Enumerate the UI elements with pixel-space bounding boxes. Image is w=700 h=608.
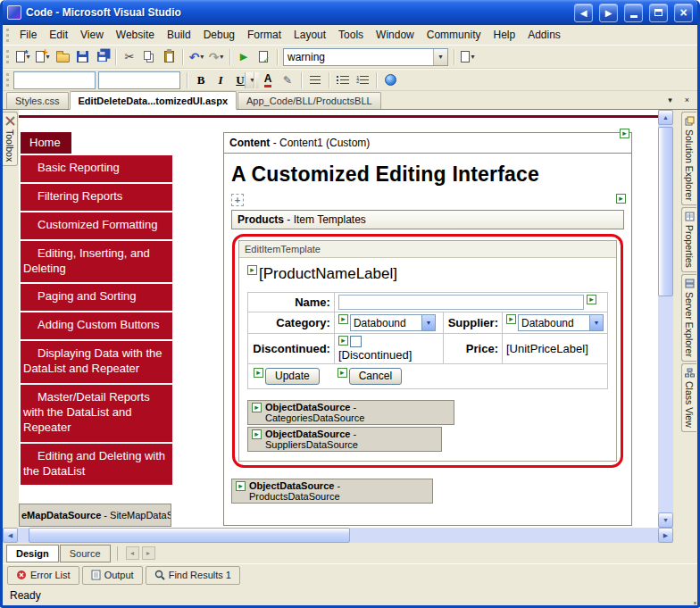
scroll-down-icon[interactable]: ▼ bbox=[658, 512, 673, 528]
textbox-smart-tag-icon[interactable]: ▸ bbox=[587, 295, 596, 304]
underline-button[interactable]: U bbox=[230, 71, 250, 90]
tab-productsbll[interactable]: App_Code/BLL/ProductsBLL bbox=[238, 92, 381, 109]
start-debug-button[interactable]: ▶ bbox=[234, 47, 254, 67]
menu-addins[interactable]: Addins bbox=[521, 26, 567, 44]
menu-edit[interactable]: Edit bbox=[43, 26, 74, 44]
menu-file[interactable]: File bbox=[13, 26, 43, 44]
menubar-grip[interactable] bbox=[6, 29, 10, 42]
update-button[interactable]: Update bbox=[265, 368, 320, 385]
open-file-button[interactable] bbox=[53, 47, 72, 67]
datasource-smart-tag-icon[interactable]: ▸ bbox=[252, 429, 262, 439]
tab-editdeletedatalist-aspx[interactable]: EditDeleteData...tomizedUI.aspx bbox=[70, 91, 238, 110]
menu-format[interactable]: Format bbox=[241, 26, 288, 44]
scroll-right-icon[interactable]: ▶ bbox=[658, 528, 673, 543]
add-item-button[interactable]: ▾ bbox=[33, 47, 53, 67]
design-surface[interactable]: Home Basic Reporting Filtering Reports C… bbox=[19, 110, 658, 528]
nav-item-displaying-datalist-repeater[interactable]: Displaying Data with the DataList and Re… bbox=[21, 341, 172, 383]
paste-button[interactable] bbox=[159, 47, 179, 67]
design-view-tab[interactable]: Design bbox=[6, 545, 59, 562]
categories-datasource-control[interactable]: ▸ ObjectDataSource - CategoriesDataSourc… bbox=[247, 400, 454, 425]
copy-button[interactable] bbox=[139, 47, 159, 67]
menu-build[interactable]: Build bbox=[161, 26, 197, 44]
tag-nav-forward-icon[interactable]: ▸ bbox=[142, 546, 155, 560]
close-button[interactable]: × bbox=[674, 4, 693, 22]
check-page-button[interactable] bbox=[254, 47, 273, 67]
find-results-tab[interactable]: Find Results 1 bbox=[146, 566, 240, 585]
dropdown-smart-tag-icon[interactable]: ▸ bbox=[506, 314, 516, 324]
font-name-combobox[interactable]: ▼ bbox=[98, 71, 180, 89]
discontinued-checkbox[interactable] bbox=[350, 336, 362, 347]
minimize-button[interactable] bbox=[624, 4, 643, 22]
nav-item-adding-custom-buttons[interactable]: Adding Custom Buttons bbox=[21, 312, 172, 339]
toolbar-grip[interactable] bbox=[6, 50, 10, 63]
combo-arrow-icon[interactable]: ▼ bbox=[433, 49, 447, 65]
name-textbox[interactable] bbox=[338, 295, 584, 310]
find-input[interactable] bbox=[284, 51, 433, 63]
redo-button[interactable]: ↷▾ bbox=[206, 47, 226, 67]
nav-item-filtering-reports[interactable]: Filtering Reports bbox=[21, 184, 172, 211]
checkbox-smart-tag-icon[interactable]: ▸ bbox=[338, 336, 348, 346]
menu-website[interactable]: Website bbox=[110, 26, 161, 44]
vertical-scroll-thumb[interactable] bbox=[658, 127, 673, 296]
error-list-tab[interactable]: Error List bbox=[7, 566, 79, 585]
save-all-button[interactable] bbox=[92, 47, 112, 67]
nav-item-customized-formatting[interactable]: Customized Formatting bbox=[21, 212, 172, 239]
toolbar-grip[interactable] bbox=[6, 73, 10, 87]
dropdown-smart-tag-icon[interactable]: ▸ bbox=[338, 314, 348, 324]
nav-forward-button[interactable]: ▶ bbox=[599, 4, 618, 22]
menu-help[interactable]: Help bbox=[487, 26, 521, 44]
nav-item-basic-reporting[interactable]: Basic Reporting bbox=[21, 155, 172, 182]
find-combobox[interactable]: ▼ bbox=[283, 48, 448, 66]
vertical-scrollbar[interactable]: ▲ ▼ bbox=[658, 110, 673, 528]
tag-nav-back-icon[interactable]: ◂ bbox=[126, 546, 139, 560]
menu-view[interactable]: View bbox=[74, 26, 110, 44]
label-smart-tag-icon[interactable]: ▸ bbox=[247, 265, 257, 275]
italic-button[interactable]: I bbox=[211, 71, 230, 90]
align-button[interactable] bbox=[305, 71, 325, 90]
dropdown-arrow-icon[interactable]: ▼ bbox=[421, 315, 435, 330]
undo-button[interactable]: ↶▾ bbox=[187, 47, 206, 67]
highlight-button[interactable]: ✎ bbox=[278, 71, 297, 90]
solution-explorer-tab[interactable]: Solution Explorer bbox=[681, 112, 696, 205]
category-dropdown[interactable]: Databound ▼ bbox=[350, 314, 436, 331]
nav-item-master-detail-datalist-repeater[interactable]: Master/Detail Reports with the DataList … bbox=[21, 385, 172, 442]
content-placeholder[interactable]: Content - Content1 (Custom) ▸ A Customiz… bbox=[223, 132, 632, 526]
horizontal-scrollbar[interactable]: ◀ ▶ bbox=[3, 528, 673, 543]
save-button[interactable] bbox=[72, 47, 92, 67]
sitemap-datasource-control[interactable]: eMapDataSource - SiteMapDataSource1 bbox=[19, 504, 171, 527]
menu-community[interactable]: Community bbox=[421, 26, 488, 44]
font-color-button[interactable]: A bbox=[258, 71, 278, 90]
content-smart-tag-icon[interactable]: ▸ bbox=[620, 129, 629, 138]
output-tab[interactable]: Output bbox=[82, 566, 143, 585]
nav-item-editing-deleting-datalist[interactable]: Editing and Deleting with the DataList bbox=[21, 444, 172, 486]
nav-item-editing-inserting-deleting[interactable]: Editing, Inserting, and Deleting bbox=[21, 241, 172, 283]
hyperlink-button[interactable] bbox=[380, 71, 400, 90]
block-format-combobox[interactable]: ▼ bbox=[13, 71, 96, 89]
bold-button[interactable]: B bbox=[191, 71, 211, 90]
class-view-tab[interactable]: Class View bbox=[681, 363, 696, 432]
server-explorer-tab[interactable]: Server Explorer bbox=[681, 274, 696, 362]
bullet-list-button[interactable] bbox=[333, 71, 353, 90]
scroll-up-icon[interactable]: ▲ bbox=[658, 110, 673, 125]
scroll-left-icon[interactable]: ◀ bbox=[3, 528, 18, 543]
toolbox-tab[interactable]: Toolbox bbox=[3, 112, 18, 166]
active-files-dropdown-button[interactable]: ▾ bbox=[663, 93, 677, 106]
suppliers-datasource-control[interactable]: ▸ ObjectDataSource - SuppliersDataSource bbox=[247, 427, 442, 452]
move-handle-icon[interactable]: + bbox=[231, 194, 244, 206]
button-smart-tag-icon[interactable]: ▸ bbox=[254, 368, 263, 378]
datasource-smart-tag-icon[interactable]: ▸ bbox=[252, 403, 262, 412]
menu-tools[interactable]: Tools bbox=[332, 26, 370, 44]
nav-home[interactable]: Home bbox=[21, 132, 71, 154]
button-smart-tag-icon[interactable]: ▸ bbox=[338, 368, 347, 378]
nav-back-button[interactable]: ◀ bbox=[574, 4, 593, 22]
datasource-smart-tag-icon[interactable]: ▸ bbox=[236, 481, 246, 491]
dropdown-arrow-icon[interactable]: ▼ bbox=[589, 315, 603, 330]
menu-window[interactable]: Window bbox=[370, 26, 421, 44]
menu-debug[interactable]: Debug bbox=[197, 26, 241, 44]
numbered-list-button[interactable] bbox=[353, 71, 372, 90]
new-project-button[interactable]: ▾ bbox=[13, 47, 33, 67]
maximize-button[interactable] bbox=[649, 4, 668, 22]
properties-tab[interactable]: Properties bbox=[681, 207, 696, 272]
products-datasource-control[interactable]: ▸ ObjectDataSource - ProductsDataSource bbox=[231, 479, 433, 504]
horizontal-scroll-thumb[interactable] bbox=[29, 528, 350, 543]
